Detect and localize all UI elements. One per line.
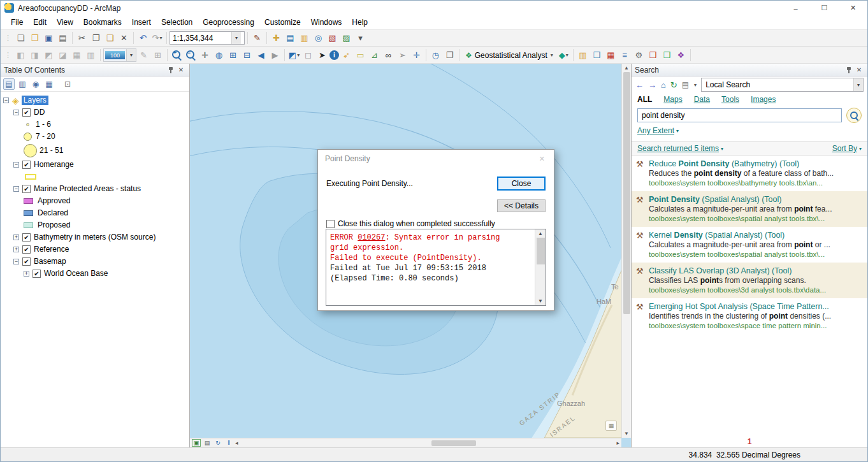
find-icon[interactable]: ∞ <box>382 48 395 62</box>
table-of-contents-icon[interactable]: ▤ <box>284 31 297 45</box>
layer-visibility-checkbox[interactable]: ✔ <box>33 270 41 278</box>
save-icon[interactable]: ▣ <box>42 31 55 45</box>
map-scale-input[interactable] <box>170 32 231 44</box>
expand-icon[interactable]: + <box>13 235 19 240</box>
select-elements-icon[interactable]: ➤ <box>315 48 329 62</box>
search-result[interactable]: ⚒Kernel Density (Spatial Analyst) (Tool)… <box>632 227 867 263</box>
search-button[interactable] <box>846 108 862 123</box>
dialog-details-button[interactable]: << Details <box>497 199 546 212</box>
pin-icon[interactable] <box>167 66 175 74</box>
cut-icon[interactable]: ✂ <box>75 31 89 45</box>
close-button[interactable]: ✕ <box>839 1 867 15</box>
arctoolbox-icon[interactable]: ▦ <box>604 48 618 62</box>
layer-visibility-checkbox[interactable]: ✔ <box>22 257 31 266</box>
search-home-icon[interactable]: ⌂ <box>661 80 666 90</box>
search-tab-images[interactable]: Images <box>751 95 776 104</box>
map-horizontal-scrollbar[interactable] <box>240 440 615 446</box>
toolbar-options-chevron[interactable]: ▾ <box>354 31 367 45</box>
scroll-down-icon[interactable]: ▼ <box>538 298 543 304</box>
map-scale-caret-icon[interactable]: ▾ <box>231 32 241 44</box>
minimize-button[interactable]: – <box>781 1 810 15</box>
toc-item-approved[interactable]: Approved <box>1 195 189 207</box>
editor-sketch-icon[interactable]: ✎ <box>250 31 264 45</box>
toc-item-21-51[interactable]: 21 - 51 <box>1 143 189 159</box>
collapse-icon[interactable]: − <box>13 162 19 168</box>
edit-vertices-icon[interactable]: ◨ <box>28 48 41 62</box>
viewer-window-icon[interactable]: ❐ <box>443 48 456 62</box>
catalog-window-icon[interactable]: ▥ <box>298 31 311 45</box>
charts-icon[interactable]: ▨ <box>340 31 353 45</box>
search-result[interactable]: ⚒Emerging Hot Spot Analysis (Space Time … <box>632 298 867 334</box>
select-features-icon[interactable]: ◩▾ <box>287 48 301 62</box>
list-by-drawing-order-icon[interactable]: ▤ <box>3 78 15 90</box>
menu-item-selection[interactable]: Selection <box>156 16 198 29</box>
search-returned-link[interactable]: Search returned 5 items <box>637 144 719 153</box>
pan-icon[interactable]: ✛ <box>198 48 212 62</box>
toc-item-world-ocean-base[interactable]: +✔World Ocean Base <box>1 268 189 280</box>
pause-drawing-button[interactable]: ‖ <box>224 439 233 447</box>
scroll-up-icon[interactable]: ▲ <box>538 231 543 236</box>
dropdown-caret-icon[interactable]: ▾ <box>297 52 300 58</box>
time-slider-icon[interactable]: ◷ <box>429 48 442 62</box>
menu-item-view[interactable]: View <box>52 16 78 29</box>
rotate-icon[interactable]: ▥ <box>84 48 98 62</box>
menu-item-bookmarks[interactable]: Bookmarks <box>78 16 127 29</box>
any-extent-link[interactable]: Any Extent <box>637 126 674 135</box>
split-icon[interactable]: ▦ <box>70 48 83 62</box>
toc-item-homerange[interactable]: −✔Homerange <box>1 159 189 171</box>
menu-item-customize[interactable]: Customize <box>259 16 306 29</box>
collapse-icon[interactable]: − <box>3 97 9 103</box>
menu-item-windows[interactable]: Windows <box>306 16 347 29</box>
maximize-button[interactable]: ☐ <box>810 1 839 15</box>
search-close-icon[interactable]: ✕ <box>854 66 864 73</box>
search-returned-caret-icon[interactable]: ▾ <box>721 146 723 152</box>
cube-red-icon[interactable]: ❒ <box>646 48 660 62</box>
search-tab-maps[interactable]: Maps <box>663 95 682 104</box>
layer-visibility-checkbox[interactable]: ✔ <box>22 161 31 169</box>
any-extent-caret-icon[interactable]: ▾ <box>676 128 679 134</box>
clear-selection-icon[interactable]: ◻ <box>301 48 315 62</box>
collapse-icon[interactable]: − <box>13 110 19 115</box>
zoom-out-icon[interactable]: − <box>184 48 198 62</box>
dropdown-caret-icon[interactable]: ▾ <box>159 35 162 41</box>
html-popup-icon[interactable]: ▭ <box>354 48 367 62</box>
cube-rainbow-icon[interactable]: ❖ <box>674 48 688 62</box>
edit-tool-icon[interactable]: ◧ <box>14 48 27 62</box>
catalog-icon[interactable]: ▥ <box>576 48 590 62</box>
menu-item-insert[interactable]: Insert <box>127 16 156 29</box>
reshape-icon[interactable]: ◩ <box>42 48 55 62</box>
layout-view-button[interactable]: ▤ <box>203 439 212 447</box>
paste-icon[interactable]: ❑ <box>103 31 117 45</box>
map-vscroll-thumb[interactable] <box>623 72 630 314</box>
geostat-explore-icon[interactable]: ◆▾ <box>557 48 570 62</box>
search-refresh-icon[interactable]: ↻ <box>670 80 677 90</box>
map-scale-combo[interactable]: ▾ <box>170 31 245 45</box>
toc-item-bathymetry-in-meters-osm-source[interactable]: +✔Bathymetry in meters (OSM source) <box>1 231 189 243</box>
search-tab-all[interactable]: ALL <box>637 95 652 104</box>
search-tab-tools[interactable]: Tools <box>721 95 739 104</box>
fixed-zoom-out-icon[interactable]: ⊟ <box>240 48 254 62</box>
scroll-thumb[interactable] <box>537 238 545 264</box>
data-view-button[interactable]: ▣ <box>192 439 201 447</box>
list-by-source-icon[interactable]: ▥ <box>17 78 28 90</box>
search-input[interactable] <box>637 108 842 122</box>
reports-icon[interactable]: ▧ <box>326 31 339 45</box>
dialog-message-box[interactable]: ERROR 010267: Syntax error in parsing gr… <box>326 229 546 306</box>
toc-item-marine-protected-areas-status[interactable]: −✔Marine Protected Areas - status <box>1 183 189 195</box>
search-result[interactable]: ⚒Point Density (Spatial Analyst) (Tool)C… <box>632 191 867 227</box>
result-title[interactable]: Kernel Density (Spatial Analyst) (Tool) <box>649 230 864 240</box>
dialog-close-icon[interactable]: ✕ <box>537 155 547 163</box>
toc-close-icon[interactable]: ✕ <box>176 66 186 73</box>
search-back-icon[interactable]: ← <box>635 80 644 90</box>
toolbar-drag-handle[interactable]: ⋮ <box>4 34 11 42</box>
dialog-close-button[interactable]: Close <box>497 177 546 191</box>
list-by-selection-icon[interactable]: ▦ <box>43 78 55 90</box>
identify-icon[interactable]: i <box>329 50 339 60</box>
map-hscroll-thumb[interactable] <box>431 440 476 446</box>
redo-icon[interactable]: ↷▾ <box>150 31 164 45</box>
layer-visibility-checkbox[interactable]: ✔ <box>22 185 31 193</box>
map-scroll-down-icon[interactable]: ▼ <box>624 431 629 437</box>
toc-item-basemap[interactable]: −✔Basemap <box>1 256 189 268</box>
result-title[interactable]: Classify LAS Overlap (3D Analyst) (Tool) <box>649 266 864 276</box>
toc-item-reference[interactable]: +✔Reference <box>1 243 189 256</box>
